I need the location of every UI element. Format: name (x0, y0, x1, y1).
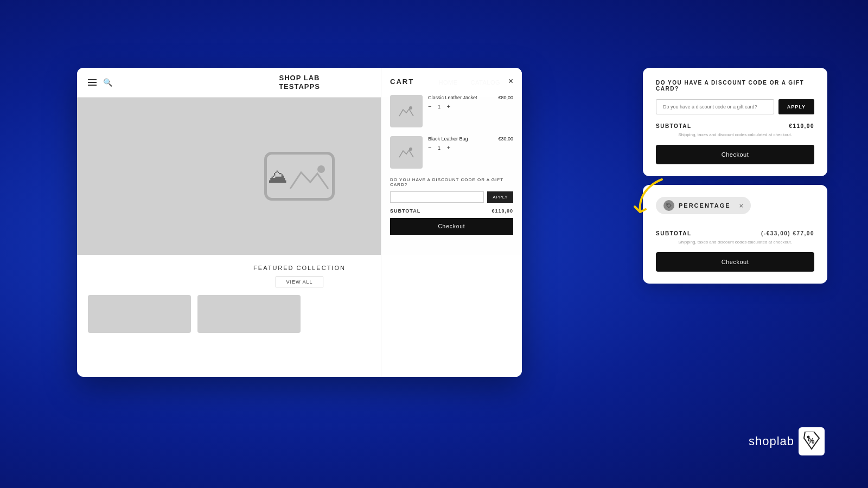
qty-value-2: 1 (436, 145, 442, 151)
arrow-svg (632, 177, 673, 223)
product-card-2 (197, 295, 301, 333)
qty-decrease-2[interactable]: − (428, 145, 431, 151)
header-icons: 🔍 (88, 78, 112, 87)
svg-point-1 (317, 165, 325, 173)
svg-point-8 (807, 436, 810, 439)
svg-rect-4 (398, 146, 414, 158)
cart-discount-label: DO YOU HAVE A DISCOUNT CODE OR A GIFT CA… (390, 177, 513, 187)
item-placeholder-icon-1 (398, 105, 414, 117)
panel-after-shipping-note: Shipping, taxes and discount codes calcu… (656, 240, 814, 245)
panel-before-discount-row: APPLY (656, 99, 814, 114)
item-details-2: Black Leather Bag €30,00 − 1 + (428, 136, 513, 151)
shoplab-text: shoplab (749, 434, 794, 448)
svg-point-5 (409, 147, 412, 151)
panel-after-subtotal: SUBTOTAL (-€33,00) €77,00 (656, 230, 814, 236)
panel-before-apply-button[interactable]: APPLY (778, 99, 814, 114)
cart-subtotal-value: €110,00 (492, 208, 513, 214)
shoplab-tag-icon: % (803, 432, 820, 451)
panel-before-subtotal-value: €110,00 (789, 123, 814, 129)
svg-point-3 (409, 106, 412, 110)
panel-before-subtotal-label: SUBTOTAL (656, 123, 692, 129)
panel-before-subtotal: SUBTOTAL €110,00 (656, 123, 814, 129)
tag-label: PERCENTAGE (679, 202, 731, 209)
svg-rect-2 (398, 105, 414, 117)
item-image-2 (390, 136, 423, 169)
hamburger-icon[interactable] (88, 79, 97, 86)
panel-before-shipping-note: Shipping, taxes and discount codes calcu… (656, 132, 814, 137)
tag-close-button[interactable]: × (739, 202, 744, 210)
shop-name: SHOP LAB TESTAPPS (279, 74, 320, 91)
item-placeholder-icon-2 (398, 146, 414, 158)
cart-checkout-button[interactable]: Checkout (390, 218, 513, 235)
right-panels: DO YOU HAVE A DISCOUNT CODE OR A GIFT CA… (643, 68, 827, 284)
hero-placeholder-icon (288, 162, 331, 191)
cart-overlay: CART × Classic Leather Jacket €80,00 − (381, 68, 522, 377)
view-all-button[interactable]: VIEW ALL (276, 277, 323, 287)
svg-rect-0 (288, 162, 331, 191)
cart-discount-section: DO YOU HAVE A DISCOUNT CODE OR A GIFT CA… (390, 177, 513, 214)
cart-header: CART × (390, 76, 513, 86)
badge-row: PERCENTAGE × (656, 197, 814, 222)
yellow-arrow (632, 177, 673, 225)
cart-subtotal-row: SUBTOTAL €110,00 (390, 208, 513, 214)
cart-discount-input-row: APPLY (390, 191, 513, 203)
browser-window: 🔍 SHOP LAB TESTAPPS HOME CATALOG FEATURE… (77, 68, 522, 377)
shoplab-icon: % (799, 427, 825, 455)
qty-value-1: 1 (436, 104, 442, 110)
panel-after-checkout-button[interactable]: Checkout (656, 252, 814, 272)
item-price-1: €80,00 (498, 95, 513, 104)
panel-after-subtotal-label: SUBTOTAL (656, 230, 692, 236)
panel-before-title: DO YOU HAVE A DISCOUNT CODE OR A GIFT CA… (656, 80, 814, 92)
qty-increase-1[interactable]: + (446, 104, 450, 110)
qty-increase-2[interactable]: + (446, 145, 450, 151)
panel-before-checkout-button[interactable]: Checkout (656, 145, 814, 164)
item-image-1 (390, 95, 423, 127)
panel-after-discount: PERCENTAGE × SUBTOTAL (-€33,00) €77,00 S… (643, 185, 827, 284)
qty-control-1: − 1 + (428, 104, 513, 110)
hero-image-placeholder (264, 152, 335, 201)
cart-item-1: Classic Leather Jacket €80,00 − 1 + (390, 95, 513, 127)
shop-logo: SHOP LAB TESTAPPS (279, 74, 320, 91)
qty-control-2: − 1 + (428, 145, 513, 151)
search-icon[interactable]: 🔍 (103, 78, 112, 87)
cart-title: CART (390, 78, 414, 86)
panel-before-discount-input[interactable] (656, 99, 774, 114)
item-price-2: €30,00 (498, 136, 513, 145)
panel-before-discount: DO YOU HAVE A DISCOUNT CODE OR A GIFT CA… (643, 68, 827, 176)
item-details-1: Classic Leather Jacket €80,00 − 1 + (428, 95, 513, 110)
cart-discount-input[interactable] (390, 191, 484, 203)
cart-subtotal-label: SUBTOTAL (390, 208, 420, 214)
panel-after-subtotal-value: (-€33,00) €77,00 (761, 230, 814, 236)
product-card-1 (88, 295, 191, 333)
cart-item-2: Black Leather Bag €30,00 − 1 + (390, 136, 513, 169)
cart-apply-button[interactable]: APPLY (487, 191, 513, 203)
shoplab-logo: shoplab % (749, 427, 825, 455)
cart-close-button[interactable]: × (508, 76, 513, 86)
qty-decrease-1[interactable]: − (428, 104, 431, 110)
item-name-1: Classic Leather Jacket (428, 95, 477, 100)
item-name-2: Black Leather Bag (428, 136, 468, 142)
